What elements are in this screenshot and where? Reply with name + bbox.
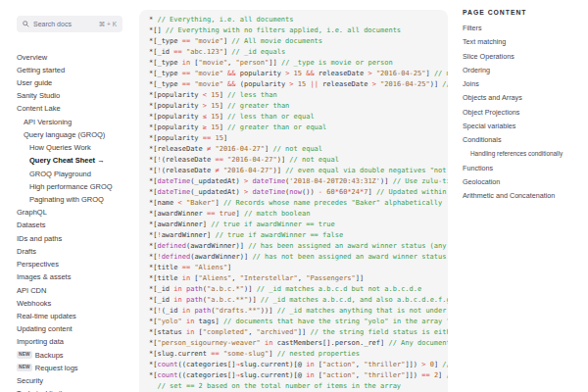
code-token: // _id matches anything that is not unde… [277, 307, 448, 315]
code-token: && [306, 70, 314, 77]
code-token: ((categories[] [178, 371, 236, 379]
left-sidebar: Search docs ⌘ + K OverviewGetting starte… [0, 0, 139, 392]
code-token: 15 [211, 113, 219, 121]
code-token: "a.b.c.*" [207, 285, 244, 293]
code-line: *[!(_id in path("drafts.**"))] // _id ma… [149, 306, 448, 317]
code-token: // less than or equal [227, 113, 315, 121]
sidebar-item[interactable]: Webhooks [0, 297, 139, 310]
toc-item[interactable]: Geolocation [463, 174, 563, 188]
sidebar-item-label: Getting started [17, 66, 65, 74]
toc-item[interactable]: Slice Operations [463, 49, 563, 63]
sidebar-item[interactable]: Importing data [0, 335, 139, 348]
sidebar-item-label: Query language (GROQ) [24, 130, 105, 139]
sidebar-item[interactable]: Getting started [0, 64, 139, 76]
sidebar-item[interactable]: Content Lake [0, 102, 139, 115]
code-token: 15 [215, 134, 222, 142]
sidebar-item[interactable]: Real-time updates [0, 310, 139, 322]
sidebar-item-label: Overview [17, 53, 47, 62]
sidebar-item[interactable]: Paginating with GROQ [0, 193, 139, 206]
sidebar-item-label: API CDN [17, 286, 46, 295]
sidebar-item[interactable]: NEWRequest logs [0, 362, 139, 374]
code-line: *[popularity ≥ 15] // greater than or eq… [149, 122, 448, 133]
toc-item-label: Conditionals [463, 135, 502, 144]
sidebar-item[interactable]: Query Cheat Sheet → [0, 154, 139, 167]
code-token: ] [368, 188, 375, 196]
sidebar-item-label: Webhooks [17, 299, 51, 308]
toc-item[interactable]: Conditionals [463, 133, 563, 147]
code-token: , [231, 274, 239, 282]
code-token: ] [227, 264, 231, 271]
code-token: ] [220, 102, 227, 110]
code-token: == [215, 156, 222, 164]
code-token: "Baker" [186, 199, 216, 207]
sidebar-item[interactable]: Sanity Studio [0, 89, 139, 102]
sidebar-item[interactable]: Security [0, 374, 139, 387]
toc-item[interactable]: Functions [463, 161, 563, 174]
sidebar-item[interactable]: How Queries Work [0, 141, 139, 154]
code-token: "movie" [194, 37, 223, 45]
code-token: == [182, 70, 190, 77]
code-token: "2016-04-27" [227, 156, 277, 164]
sidebar-item[interactable]: API CDN [0, 283, 139, 296]
sidebar-item[interactable]: API Versioning [0, 116, 139, 128]
sidebar-item[interactable]: Datasets [0, 219, 139, 231]
code-token: // true if awardWinner == false [215, 231, 343, 239]
code-token: "Aliens" [199, 274, 232, 282]
code-token: *[_type [149, 37, 182, 45]
code-token: ]]) [405, 371, 421, 379]
sidebar-item[interactable]: Query language (GROQ) [0, 128, 139, 141]
sidebar-item[interactable]: GROQ Playground [0, 167, 139, 179]
code-token: ]] [356, 274, 364, 282]
code-token: 24 [352, 188, 360, 196]
code-line: *[_type == "movie" && (popularity > 15 |… [149, 79, 448, 90]
sidebar-item[interactable]: IDs and paths [0, 232, 139, 245]
toc-item[interactable]: Objects and Arrays [463, 91, 563, 105]
code-block[interactable]: * // Everything, i.e. all documents*[] /… [139, 10, 448, 392]
code-token: // d [442, 361, 448, 368]
code-token: [ [190, 59, 198, 67]
toc-item-label: Arithmetic and Concatenation [463, 191, 555, 200]
code-line: *[_type in ["movie", "person"]] // _type… [149, 58, 448, 69]
code-token: path [186, 285, 203, 293]
code-token: , [356, 361, 364, 368]
code-line: *[awardWinner] // true if awardWinner ==… [149, 220, 448, 230]
code-token: )] [244, 285, 257, 293]
sidebar-item[interactable]: High performance GROQ [0, 180, 139, 193]
sidebar-item[interactable]: Drafts [0, 245, 139, 258]
code-token: "movie" [199, 59, 228, 67]
toc-item[interactable]: Handling references conditionally [463, 147, 563, 161]
code-token: (_updatedAt) [190, 177, 244, 185]
toc-item[interactable]: Arithmetic and Concatenation [463, 189, 563, 203]
toc-item[interactable]: Special variables [463, 119, 563, 132]
code-token: // not equal [289, 156, 339, 164]
code-token: *[awardWinner] [149, 220, 211, 228]
code-token: 15 [211, 123, 219, 131]
sidebar-item[interactable]: NEWBackups [0, 349, 139, 362]
code-token: // _type is movie or person [281, 59, 393, 67]
sidebar-item[interactable]: User guide [0, 76, 139, 89]
sidebar-item[interactable]: Technical limits [0, 387, 139, 392]
new-badge: NEW [17, 364, 32, 371]
code-token: // has been assigned an award winner sta… [248, 242, 448, 250]
toc-item[interactable]: Text matching [463, 35, 563, 49]
code-line: *[_type == "movie" && popularity > 15 &&… [149, 69, 448, 79]
sidebar-item[interactable]: Overview [0, 51, 139, 64]
code-token: releaseDate [315, 70, 368, 77]
code-token: 15 [294, 70, 302, 77]
search-input[interactable]: Search docs ⌘ + K [17, 16, 122, 32]
toc-item[interactable]: Joins [463, 77, 563, 91]
sidebar-item[interactable]: Perspectives [0, 258, 139, 270]
sidebar-item[interactable]: GraphQL [0, 206, 139, 219]
toc-item[interactable]: Filters [463, 22, 563, 35]
code-token: , [298, 274, 306, 282]
sidebar-item[interactable]: Images & assets [0, 270, 139, 283]
code-token: dateTime [252, 177, 285, 185]
toc-item-label: Geolocation [463, 177, 500, 186]
toc-item[interactable]: Object Projections [463, 105, 563, 119]
sidebar-item[interactable]: Updating content [0, 322, 139, 335]
code-token: // even equal via double negatives "not … [285, 167, 448, 174]
toc-item[interactable]: Ordering [463, 63, 563, 76]
code-token: && [227, 70, 235, 77]
code-token: ] [223, 134, 227, 142]
code-token: ()) [302, 188, 318, 196]
